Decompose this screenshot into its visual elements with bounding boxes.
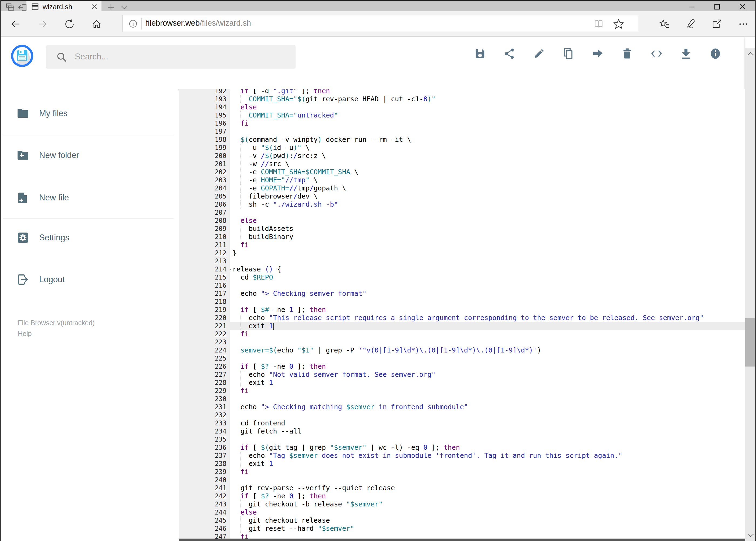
- vertical-scrollbar[interactable]: [745, 48, 756, 541]
- code-line[interactable]: [230, 395, 745, 403]
- annotate-icon[interactable]: [685, 19, 695, 29]
- code-line[interactable]: echo "> Checking matching $semver in fro…: [230, 403, 745, 411]
- maximize-button[interactable]: [704, 1, 730, 12]
- code-line[interactable]: if [ -d ".git" ]; then: [230, 89, 745, 95]
- scroll-up-icon[interactable]: [747, 51, 754, 56]
- tab-preview-icon[interactable]: [6, 3, 15, 12]
- code-line[interactable]: fi: [230, 119, 745, 128]
- code-line[interactable]: echo "> Checking semver format": [230, 289, 745, 297]
- address-bar[interactable]: filebrowser.web/files/wizard.sh: [122, 15, 638, 32]
- help-link[interactable]: Help: [18, 328, 95, 339]
- search-input[interactable]: Search...: [46, 45, 296, 69]
- code-line[interactable]: [230, 338, 745, 346]
- code-editor[interactable]: 1921931941951961971981992002012022032042…: [179, 89, 745, 541]
- reading-view-icon[interactable]: [594, 19, 604, 29]
- code-line[interactable]: [230, 281, 745, 289]
- code-line[interactable]: git checkout release: [230, 516, 745, 525]
- new-tab-icon[interactable]: [108, 4, 115, 11]
- code-view-button[interactable]: [650, 48, 662, 60]
- code-line[interactable]: release () {: [230, 265, 745, 273]
- back-icon[interactable]: [11, 19, 21, 29]
- code-line[interactable]: exit 1: [230, 322, 745, 330]
- code-line[interactable]: exit 1: [230, 460, 745, 468]
- code-line[interactable]: git checkout -b release "$semver": [230, 500, 745, 508]
- editor-code[interactable]: if [ -d ".git" ]; then COMMIT_SHA="$(git…: [230, 89, 745, 541]
- code-line[interactable]: fi: [230, 387, 745, 395]
- code-line[interactable]: -e GOPATH=//tmp/gopath \: [230, 184, 745, 192]
- code-line[interactable]: cd frontend: [230, 419, 745, 427]
- tab-bar-chevron-icon[interactable]: [121, 5, 128, 10]
- info-button[interactable]: [709, 48, 721, 60]
- refresh-icon[interactable]: [65, 19, 75, 29]
- forward-icon[interactable]: [38, 19, 48, 29]
- code-line[interactable]: echo "Tag $semver does not exist in subm…: [230, 452, 745, 460]
- sidebar-item-my-files[interactable]: My files: [1, 105, 177, 122]
- code-line[interactable]: [230, 435, 745, 443]
- code-line[interactable]: else: [230, 103, 745, 111]
- code-line[interactable]: fi: [230, 468, 745, 476]
- code-line[interactable]: filebrowser/dev \: [230, 192, 745, 201]
- code-line[interactable]: echo "Not valid semver format. See semve…: [230, 370, 745, 379]
- copy-button[interactable]: [562, 48, 574, 60]
- scroll-down-icon[interactable]: [747, 533, 754, 538]
- code-line[interactable]: else: [230, 217, 745, 225]
- code-line[interactable]: -v /$(pwd):/src:z \: [230, 152, 745, 160]
- scrollbar-thumb[interactable]: [745, 318, 756, 366]
- code-line[interactable]: if [ $? -ne 0 ]; then: [230, 492, 745, 500]
- code-line[interactable]: }: [230, 249, 745, 257]
- sidebar-item-new-file[interactable]: New file: [1, 190, 177, 206]
- sidebar-item-new-folder[interactable]: New folder: [1, 147, 177, 164]
- code-line[interactable]: if [ $(git tag | grep "$semver" | wc -l)…: [230, 443, 745, 452]
- code-line[interactable]: cd $REPO: [230, 273, 745, 281]
- download-button[interactable]: [680, 48, 692, 60]
- code-line[interactable]: sh -c "./wizard.sh -b": [230, 201, 745, 209]
- move-button[interactable]: [592, 48, 604, 60]
- code-line[interactable]: else: [230, 508, 745, 516]
- code-line[interactable]: semver=$(echo "$1" | grep -P '^v(0|[1-9]…: [230, 346, 745, 354]
- code-line[interactable]: -e HOME="//tmp" \: [230, 176, 745, 184]
- set-tabs-aside-icon[interactable]: [18, 3, 27, 12]
- more-options-icon[interactable]: [738, 22, 748, 32]
- minimize-button[interactable]: [679, 1, 704, 12]
- code-line[interactable]: [230, 209, 745, 217]
- code-line[interactable]: buildAssets: [230, 225, 745, 233]
- code-line[interactable]: if [ $? -ne 0 ]; then: [230, 362, 745, 370]
- favorite-star-icon[interactable]: [613, 18, 624, 29]
- code-line[interactable]: COMMIT_SHA="untracked": [230, 111, 745, 119]
- sidebar-item-settings[interactable]: Settings: [1, 230, 177, 246]
- share-page-icon[interactable]: [712, 19, 722, 29]
- code-line[interactable]: [230, 297, 745, 306]
- browser-window: wizard.sh: [0, 0, 756, 541]
- code-line[interactable]: git reset --hard "$semver": [230, 525, 745, 533]
- code-line[interactable]: [230, 411, 745, 419]
- code-line[interactable]: COMMIT_SHA="$(git rev-parse HEAD | cut -…: [230, 95, 745, 103]
- code-line[interactable]: $(command -v winpty) docker run --rm -it…: [230, 136, 745, 144]
- code-line[interactable]: git fetch --all: [230, 427, 745, 435]
- sidebar-item-logout[interactable]: Logout: [1, 271, 177, 287]
- code-line[interactable]: [230, 476, 745, 484]
- tab-close-icon[interactable]: [91, 4, 98, 10]
- code-line[interactable]: -e COMMIT_SHA=$COMMIT_SHA \: [230, 168, 745, 176]
- code-line[interactable]: [230, 354, 745, 362]
- close-window-button[interactable]: [730, 1, 755, 12]
- delete-button[interactable]: [621, 48, 633, 60]
- code-line[interactable]: exit 1: [230, 379, 745, 387]
- code-line[interactable]: buildBinary: [230, 233, 745, 241]
- rename-button[interactable]: [533, 48, 545, 60]
- code-line[interactable]: [230, 257, 745, 265]
- save-button[interactable]: [474, 48, 486, 60]
- code-line[interactable]: -u "$(id -u)" \: [230, 144, 745, 152]
- favorites-hub-icon[interactable]: [659, 19, 670, 29]
- code-line[interactable]: fi: [230, 330, 745, 338]
- code-line[interactable]: fi: [230, 241, 745, 249]
- code-line[interactable]: [230, 128, 745, 136]
- code-line[interactable]: echo "This release script requires a sin…: [230, 314, 745, 322]
- home-icon[interactable]: [92, 19, 102, 29]
- share-button[interactable]: [503, 48, 516, 60]
- code-line[interactable]: -w //src \: [230, 160, 745, 168]
- active-tab[interactable]: wizard.sh: [26, 1, 102, 12]
- site-info-icon[interactable]: [128, 19, 137, 28]
- code-line[interactable]: if [ $# -ne 1 ]; then: [230, 306, 745, 314]
- horizontal-scrollbar[interactable]: [179, 539, 745, 541]
- code-line[interactable]: git rev-parse --verify --quiet release: [230, 484, 745, 492]
